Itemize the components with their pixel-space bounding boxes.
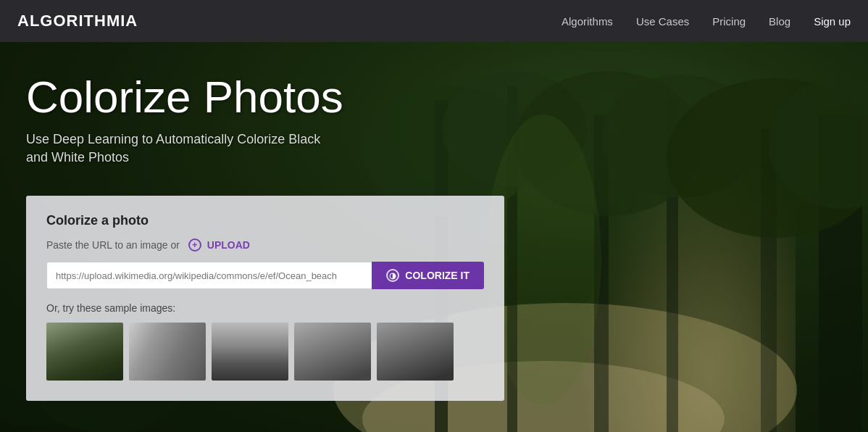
upload-prompt: Paste the URL to an image or [46, 239, 180, 251]
nav-pricing[interactable]: Pricing [712, 15, 746, 28]
hero-content: Colorize Photos Use Deep Learning to Aut… [26, 72, 345, 167]
nav-use-cases[interactable]: Use Cases [636, 15, 689, 28]
input-row: ◑ COLORIZE IT [46, 262, 484, 289]
navbar: ALGORITHMIA Algorithms Use Cases Pricing… [0, 0, 868, 42]
colorize-panel: Colorize a photo Paste the URL to an ima… [26, 196, 504, 401]
nav-algorithms[interactable]: Algorithms [562, 15, 613, 28]
page-title: Colorize Photos [26, 72, 345, 122]
colorize-button[interactable]: ◑ COLORIZE IT [372, 262, 484, 289]
nav-blog[interactable]: Blog [769, 15, 790, 28]
sample-image-5[interactable] [377, 323, 454, 381]
panel-title: Colorize a photo [46, 213, 484, 228]
sample-image-3[interactable] [212, 323, 288, 381]
colorize-icon: ◑ [386, 269, 399, 282]
upload-link[interactable]: UPLOAD [207, 239, 250, 251]
nav-signup[interactable]: Sign up [814, 15, 851, 28]
samples-label: Or, try these sample images: [46, 302, 484, 314]
sample-image-2[interactable] [129, 323, 206, 381]
nav-links: Algorithms Use Cases Pricing Blog Sign u… [562, 15, 851, 28]
url-input[interactable] [46, 262, 372, 289]
page-subtitle: Use Deep Learning to Automatically Color… [26, 130, 345, 167]
upload-row: Paste the URL to an image or + UPLOAD [46, 238, 484, 252]
upload-circle-icon: + [188, 238, 201, 252]
sample-image-4[interactable] [294, 323, 371, 381]
colorize-button-label: COLORIZE IT [405, 270, 470, 281]
sample-image-1[interactable] [46, 323, 123, 381]
logo: ALGORITHMIA [17, 12, 138, 30]
samples-row [46, 323, 484, 381]
